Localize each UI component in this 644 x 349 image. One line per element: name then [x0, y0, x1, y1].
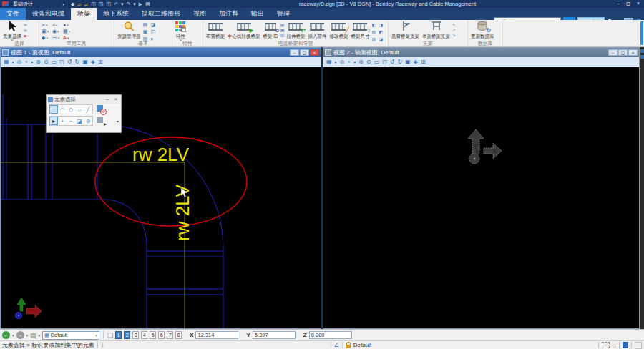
text-tool-icon[interactable]: A▾	[63, 35, 74, 40]
chevron-down-icon[interactable]: ▾	[31, 57, 33, 67]
tab-equipment-and-cables[interactable]: 设备和电缆	[26, 8, 71, 20]
model-icon[interactable]: ◪	[151, 23, 158, 29]
select-circle-tool[interactable]: ○	[75, 105, 84, 114]
grid-tool-icon[interactable]: ▦▾	[63, 29, 74, 34]
link-icon[interactable]: ∞	[24, 22, 27, 27]
view-restore-button[interactable]: ◻	[618, 49, 628, 56]
fence-tool-icon[interactable]: ▣▾	[42, 29, 52, 34]
select-new-mode[interactable]: ▸	[49, 117, 58, 125]
chevron-down-icon[interactable]: ▾	[353, 57, 356, 67]
adjust-view-icon[interactable]: +	[25, 57, 29, 67]
redo-icon[interactable]: ↷	[126, 0, 130, 8]
open-folder-icon[interactable]: ▱	[77, 0, 81, 8]
toolbox-close-button[interactable]: ×	[112, 95, 119, 104]
view-previous-icon[interactable]: ▣	[82, 57, 88, 67]
element-selection-button[interactable]: 元素选择 ▾	[2, 21, 22, 42]
tray-label-horizontal[interactable]: rw 2LV	[132, 144, 190, 165]
pan-view-icon[interactable]: ↻	[398, 57, 403, 67]
select-shape-tool[interactable]: ◇	[67, 105, 75, 114]
status-extra-icon[interactable]	[635, 342, 642, 349]
view-next-icon[interactable]: ◈	[414, 57, 418, 67]
chevron-down-icon[interactable]: ▾	[12, 333, 14, 338]
update-database-button[interactable]: ↻ 更新数据库	[470, 21, 495, 39]
adjust-view-icon[interactable]: +	[348, 57, 351, 67]
view-toggle-6[interactable]: 6	[158, 331, 165, 339]
view-toggle-2[interactable]: 2	[124, 331, 130, 339]
view1-titlebar[interactable]: 视图 1 - 顶视图, Default – ◻ ×	[1, 48, 321, 57]
select-line-tool[interactable]: ╱	[84, 105, 92, 114]
zoom-in-icon[interactable]: ⊕	[36, 57, 41, 67]
centerlines[interactable]	[1, 162, 185, 328]
tray-option-icon[interactable]: ▧	[371, 30, 378, 36]
open-folder-icon[interactable]: ▱	[84, 0, 88, 8]
docked-tab-icon[interactable]	[640, 55, 644, 59]
explorer-button[interactable]: 资源管理器	[117, 21, 142, 39]
tab-underground-systems[interactable]: 地下系统	[97, 8, 135, 20]
save-settings-icon[interactable]: ◫	[106, 0, 111, 8]
selection-set-icon[interactable]	[602, 342, 610, 348]
select-clear-mode[interactable]: ⊛	[84, 117, 92, 125]
y-coordinate-input[interactable]	[253, 331, 296, 339]
minimize-button[interactable]: –	[613, 0, 623, 7]
fit-view-icon[interactable]: ◻	[382, 57, 387, 67]
forward-button[interactable]: →	[16, 331, 24, 339]
reference-icon[interactable]: ▣	[143, 30, 150, 36]
window-area-icon[interactable]: ▭	[52, 57, 57, 67]
hanger-support-button[interactable]: 吊架桥架支架	[421, 21, 451, 39]
view-restore-button[interactable]: ◻	[300, 49, 309, 56]
save-as-icon[interactable]: ◫	[99, 0, 104, 8]
snap-mode-icon[interactable]: ∠	[334, 342, 339, 348]
view-toggle-5[interactable]: 5	[150, 331, 156, 339]
view-attributes-icon[interactable]: ▦	[4, 57, 9, 67]
lighting-tool-icon[interactable]: ●▾	[63, 22, 74, 27]
select-all-button[interactable]: ▸	[97, 117, 105, 125]
toolbox-minimize-button[interactable]: –	[104, 95, 111, 104]
view2-titlebar[interactable]: 视图 2 - 轴测视图, Default – ◻ ×	[323, 48, 639, 57]
chevron-down-icon[interactable]: ▾	[12, 57, 14, 67]
modify-tray-button[interactable]: ╱ 修改桥架	[328, 21, 348, 39]
input-focus-icon[interactable]: ↓	[101, 342, 104, 348]
tray-size-button[interactable]: ↕ 桥架尺寸	[350, 21, 370, 39]
tab-view[interactable]: 视图	[187, 8, 213, 20]
redo-caret-icon[interactable]: ▾	[133, 0, 136, 8]
tray-option-icon[interactable]: ▥	[280, 33, 285, 37]
tray-option-icon[interactable]: ◨	[379, 23, 385, 29]
fit-view-icon[interactable]: ◻	[59, 57, 64, 67]
view-toggle-7[interactable]: 7	[167, 331, 173, 339]
view-close-button[interactable]: ×	[310, 49, 319, 56]
view-group-tools-icon[interactable]: ▤	[30, 332, 36, 339]
element-selection-toolbox[interactable]: 元素选择 – × ◌ ◠ ◇ ○ ╱ ⊘ ▸ + − ◪ ⊛	[46, 94, 122, 133]
tray-option-icon[interactable]: ▤	[280, 23, 285, 27]
levels-tool-icon[interactable]: ≡▾	[52, 22, 63, 27]
select-block-tool[interactable]: ◠	[58, 105, 67, 114]
view-next-icon[interactable]: ◈	[91, 57, 95, 67]
zoom-out-icon[interactable]: ⊖	[366, 57, 371, 67]
tray-id-button[interactable]: ID 桥架 ID	[263, 21, 279, 39]
active-level-value[interactable]: Default	[353, 342, 371, 348]
undo-caret-icon[interactable]: ▾	[121, 0, 124, 8]
rotate-view-icon[interactable]: ↺	[67, 57, 72, 67]
sheet-icon[interactable]: ▤	[143, 23, 150, 29]
design-history-icon[interactable]	[623, 342, 628, 348]
tab-annotate[interactable]: 加注释	[213, 8, 245, 20]
raster-icon[interactable]: ◫	[151, 30, 158, 36]
z-coordinate-input[interactable]	[309, 331, 352, 339]
tab-tray[interactable]: 桥架	[71, 8, 97, 20]
tab-output[interactable]: 输出	[245, 8, 270, 20]
delete-icon[interactable]: ×	[24, 34, 27, 39]
undo-icon[interactable]: ↶	[114, 0, 118, 8]
copy-view-icon[interactable]: ⊞	[421, 57, 426, 67]
view-display-style-icon[interactable]: ◎	[340, 57, 345, 67]
view-minimize-button[interactable]: –	[608, 49, 618, 56]
view2-canvas[interactable]: Y X	[323, 67, 639, 328]
tab-file[interactable]: 文件	[0, 8, 26, 20]
view-toggle-3[interactable]: 3	[132, 331, 139, 339]
properties-button[interactable]: 特性 ▾	[175, 21, 187, 42]
print-icon[interactable]: ▶	[139, 0, 142, 8]
attach-tool-icon[interactable]: ∞▾	[42, 22, 52, 27]
docked-panel-edge[interactable]	[640, 21, 643, 45]
pan-view-icon[interactable]: ↻	[75, 57, 80, 67]
copy-view-icon[interactable]: ⊞	[98, 57, 103, 67]
cantilever-support-button[interactable]: 悬臂桥架支架	[391, 21, 420, 39]
chevron-down-icon[interactable]: ▾	[39, 333, 41, 338]
